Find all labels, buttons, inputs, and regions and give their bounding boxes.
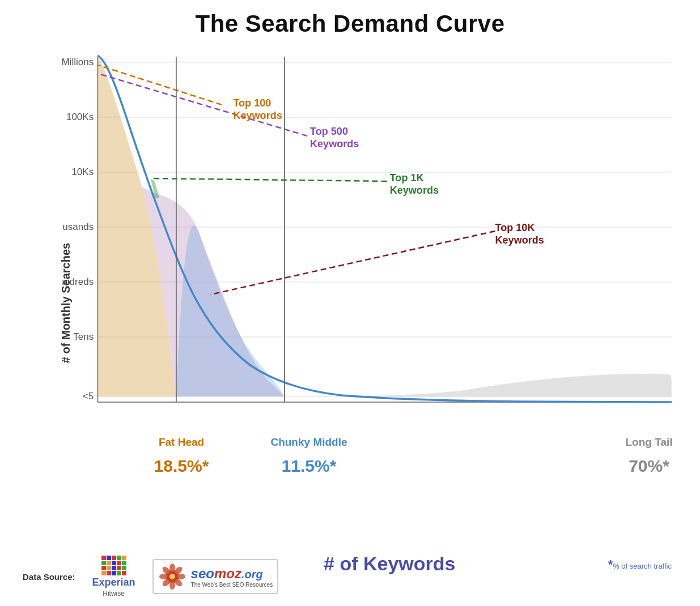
chunky-middle-label: Chunky Middle	[247, 436, 371, 449]
svg-point-35	[169, 581, 175, 590]
long-tail-pct: 70%*	[564, 456, 700, 476]
svg-text:Millions: Millions	[62, 57, 94, 67]
long-tail-label: Long Tail	[564, 436, 700, 449]
fat-head-pct: 18.5%*	[128, 456, 235, 476]
seomoz-name: seomoz.org	[191, 566, 273, 582]
svg-text:Tens: Tens	[73, 331, 94, 342]
fat-head-label: Fat Head	[128, 436, 235, 449]
svg-point-40	[169, 574, 175, 579]
svg-text:Keywords: Keywords	[233, 110, 282, 121]
page-title: The Search Demand Curve	[0, 0, 700, 37]
svg-text:<5: <5	[83, 391, 94, 402]
svg-line-18	[151, 178, 387, 181]
svg-text:Top 500: Top 500	[310, 126, 348, 137]
seomoz-logo: seomoz.org The Web's Best SEO Resources	[152, 559, 279, 594]
svg-text:Keywords: Keywords	[495, 234, 544, 246]
svg-text:Keywords: Keywords	[310, 138, 359, 150]
svg-text:Top 100: Top 100	[233, 97, 271, 109]
footer: Data Source: Experian Hitwise	[23, 556, 677, 598]
seomoz-icon	[158, 562, 186, 591]
experian-sub: Hitwise	[103, 590, 125, 598]
seomoz-tagline: The Web's Best SEO Resources	[191, 582, 273, 588]
svg-text:Hundreds: Hundreds	[62, 276, 94, 287]
experian-name: Experian	[92, 577, 135, 588]
experian-logo: Experian Hitwise	[92, 556, 135, 598]
svg-text:100Ks: 100Ks	[66, 112, 94, 122]
svg-text:Keywords: Keywords	[390, 185, 439, 196]
chunky-middle-pct: 11.5%*	[247, 456, 371, 476]
chart-svg: Millions 100Ks 10Ks Thousands Hundreds T…	[62, 45, 677, 430]
svg-text:Top 10K: Top 10K	[495, 222, 535, 233]
svg-text:10Ks: 10Ks	[71, 167, 94, 177]
experian-grid	[101, 556, 126, 575]
svg-point-31	[169, 564, 175, 573]
svg-point-33	[176, 574, 185, 579]
svg-text:Top 1K: Top 1K	[390, 172, 424, 183]
svg-text:Thousands: Thousands	[62, 221, 94, 232]
svg-point-37	[159, 574, 168, 579]
data-source-label: Data Source:	[23, 572, 75, 582]
svg-line-16	[98, 65, 222, 105]
svg-line-19	[210, 231, 495, 295]
